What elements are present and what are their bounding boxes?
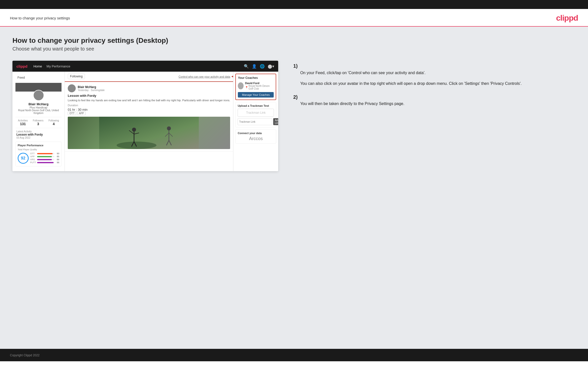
svg-point-3: [132, 128, 136, 132]
step1-text: [299, 64, 300, 68]
add-link-button[interactable]: Add Link: [273, 118, 278, 125]
latest-activity: Latest Activity Lesson with Fordy 03 Aug…: [15, 130, 62, 139]
profile-icon[interactable]: 👤: [252, 64, 257, 69]
stat-following-label: Following: [49, 119, 59, 122]
post: Blair McHarg Yesterday · Sunningdale Les…: [65, 82, 233, 152]
post-header: Blair McHarg Yesterday · Sunningdale: [68, 84, 230, 92]
step2-text-content: You will then be taken directly to the P…: [300, 101, 576, 107]
search-icon[interactable]: 🔍: [244, 64, 249, 69]
privacy-link-container: Control who can see your activity and da…: [179, 74, 230, 79]
upload-trackman-section: Upload a Trackman Test Trackman Link Add…: [235, 102, 276, 127]
stat-following: Following 4: [49, 119, 59, 126]
instruction-step2: 2) You will then be taken directly to th…: [293, 94, 576, 107]
instruction-step1: 1) On your Feed, click/tap on 'Control w…: [293, 63, 576, 87]
app-feed: Following Control who can see your activ…: [65, 72, 233, 171]
nav-home[interactable]: Home: [33, 64, 42, 68]
step2-text: [299, 95, 300, 100]
trackman-box: Trackman Link: [238, 109, 274, 117]
svg-point-1: [117, 142, 156, 149]
post-avatar: [68, 84, 76, 92]
clippd-logo: clippd: [556, 13, 578, 23]
page-header: How to change your privacy settings clip…: [0, 9, 588, 27]
main-content: How to change your privacy settings (Des…: [0, 27, 588, 349]
coach-club: 📍 Royal North Devon Golf Club: [245, 85, 274, 90]
demo-layout: clippd Home My Performance 🔍 👤 🌐 ⬤▾ Feed: [12, 61, 576, 171]
post-author-name: Blair McHarg: [78, 85, 105, 89]
earth-icon[interactable]: 🌐: [260, 64, 265, 69]
manage-coaches-button[interactable]: Manage Your Coaches: [238, 92, 274, 98]
coach-avatar: [238, 82, 244, 89]
profile-stats: Activities 131 Followers 3 Following 4: [15, 117, 62, 128]
stat-activities: Activities 131: [18, 119, 28, 126]
instructions: 1) On your Feed, click/tap on 'Control w…: [288, 61, 576, 114]
coach-item: David Ford 📍 Royal North Devon Golf Club: [238, 82, 274, 90]
app-navbar: clippd Home My Performance 🔍 👤 🌐 ⬤▾: [12, 61, 278, 72]
footer-copyright: Copyright Clippd 2022: [10, 354, 40, 357]
player-perf-title: Player Performance: [18, 144, 59, 147]
feed-header: Following Control who can see your activ…: [65, 72, 233, 81]
step1-text-part1: On your Feed, click/tap on 'Control who …: [300, 70, 576, 76]
svg-point-9: [167, 126, 171, 130]
post-tags: OTT APP: [68, 111, 230, 115]
trackman-input[interactable]: [238, 118, 272, 125]
total-quality-label: Total Player Quality: [18, 148, 59, 151]
bar-arg: ARG 86: [30, 158, 59, 161]
quality-bars: OTT 90 APP 85: [30, 152, 59, 164]
profile-club: Royal North Devon Golf Club, United King…: [15, 109, 62, 114]
app-mockup-wrapper: clippd Home My Performance 🔍 👤 🌐 ⬤▾ Feed: [12, 61, 278, 171]
page-title: How to change your privacy settings (Des…: [12, 37, 576, 45]
tag-ott: OTT: [68, 111, 76, 115]
nav-my-performance[interactable]: My Performance: [47, 64, 70, 68]
quality-circle: 92: [18, 153, 29, 164]
player-performance: Player Performance Total Player Quality …: [15, 142, 62, 166]
app-mockup: clippd Home My Performance 🔍 👤 🌐 ⬤▾ Feed: [12, 61, 278, 171]
bar-ott: OTT 90: [30, 152, 59, 155]
app-body: Feed Blair McHarg Plus Handicap Royal No…: [12, 72, 278, 171]
trackman-input-row: Add Link: [238, 118, 274, 125]
stat-activities-value: 131: [18, 122, 28, 126]
following-button[interactable]: Following: [68, 74, 85, 79]
profile-badge: Plus Handicap: [15, 106, 62, 109]
post-author-info: Blair McHarg Yesterday · Sunningdale: [78, 85, 105, 92]
feed-tab[interactable]: Feed: [15, 75, 62, 80]
app-nav-logo: clippd: [16, 64, 27, 68]
stat-activities-label: Activities: [18, 119, 28, 122]
right-arrow-icon: ◄: [231, 75, 234, 78]
profile-card: Blair McHarg Plus Handicap Royal North D…: [15, 83, 62, 114]
avatar: [33, 90, 44, 101]
post-description: Looking to feel like my hands are exitin…: [68, 99, 230, 102]
coach-info: David Ford 📍 Royal North Devon Golf Club: [245, 82, 274, 90]
coaches-box: Your Coaches David Ford 📍 Royal North De…: [235, 74, 276, 100]
app-sidebar: Feed Blair McHarg Plus Handicap Royal No…: [12, 72, 65, 171]
latest-activity-name: Lesson with Fordy: [16, 133, 61, 136]
connect-title: Connect your data: [238, 132, 274, 135]
page-subtitle: Choose what you want people to see: [12, 46, 576, 52]
bar-app: APP 85: [30, 155, 59, 158]
tag-app: APP: [77, 111, 86, 115]
avatar-icon[interactable]: ⬤▾: [268, 64, 274, 69]
post-duration-value: 01 hr : 30 min: [68, 108, 230, 111]
post-title: Lesson with Fordy: [68, 94, 230, 98]
step1-block: On your Feed, click/tap on 'Control who …: [300, 70, 576, 87]
app-nav-icons: 🔍 👤 🌐 ⬤▾: [244, 64, 274, 69]
step2-number: 2): [293, 94, 298, 100]
upload-trackman-title: Upload a Trackman Test: [238, 104, 274, 107]
quality-row: 92 OTT 90 APP: [18, 152, 59, 164]
privacy-link[interactable]: Control who can see your activity and da…: [179, 75, 230, 78]
arccos-label: Arccos: [238, 136, 274, 141]
post-date-location: Yesterday · Sunningdale: [78, 89, 105, 92]
avatar-container: [15, 83, 62, 100]
trackman-label: Trackman Link: [240, 111, 272, 114]
post-duration-label: Duration: [68, 104, 230, 107]
coaches-title: Your Coaches: [238, 76, 274, 80]
step1-text-part2: You can also click on your avatar in the…: [300, 80, 576, 87]
bar-putt: PUTT 96: [30, 161, 59, 164]
stat-followers-label: Followers: [33, 119, 44, 122]
location-icon: 📍: [245, 86, 248, 89]
page-footer: Copyright Clippd 2022: [0, 349, 588, 361]
stat-following-value: 4: [49, 122, 59, 126]
latest-activity-date: 03 Aug 2022: [16, 136, 61, 139]
step2-block: You will then be taken directly to the P…: [300, 101, 576, 107]
latest-label: Latest Activity: [16, 130, 61, 133]
coach-name: David Ford: [245, 82, 274, 85]
